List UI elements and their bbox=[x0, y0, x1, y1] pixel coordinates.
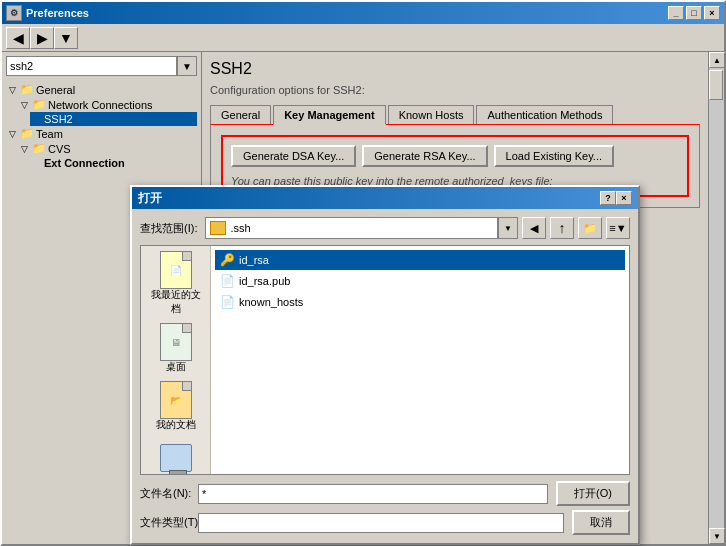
file-icon-id-rsa-pub: 📄 bbox=[219, 273, 235, 289]
dialog-bottom-filename: 文件名(N): 打开(O) bbox=[140, 481, 630, 506]
sidebar-mydocs[interactable]: 📂 我的文档 bbox=[146, 380, 206, 436]
file-item-id-rsa-pub[interactable]: 📄 id_rsa.pub bbox=[215, 271, 625, 291]
open-button[interactable]: 打开(O) bbox=[556, 481, 630, 506]
desktop-doc-icon: 🖥 bbox=[160, 323, 192, 361]
desktop-label: 桌面 bbox=[166, 360, 186, 374]
nav-up-button[interactable]: ↑ bbox=[550, 217, 574, 239]
file-item-known-hosts[interactable]: 📄 known_hosts bbox=[215, 292, 625, 312]
sidebar-mypc[interactable]: 我的电脑 bbox=[146, 438, 206, 475]
search-range-label: 查找范围(I): bbox=[140, 221, 197, 236]
dialog-bottom-filetype: 文件类型(T): 取消 bbox=[140, 510, 630, 535]
filetype-label: 文件类型(T): bbox=[140, 515, 190, 530]
file-name-known-hosts: known_hosts bbox=[239, 296, 303, 308]
file-name-id-rsa: id_rsa bbox=[239, 254, 269, 266]
recent-label: 我最近的文档 bbox=[148, 288, 204, 316]
sidebar-desktop[interactable]: 🖥 桌面 bbox=[146, 322, 206, 378]
dialog-body: 查找范围(I): .ssh ▼ ◀ ↑ 📁 ≡▼ bbox=[132, 209, 638, 543]
file-item-id-rsa[interactable]: 🔑 id_rsa bbox=[215, 250, 625, 270]
mydocs-icon: 📂 bbox=[160, 384, 192, 416]
recent-icon: 📄 bbox=[160, 254, 192, 286]
sidebar-recent[interactable]: 📄 我最近的文档 bbox=[146, 250, 206, 320]
file-list: 🔑 id_rsa 📄 id_rsa.pub 📄 known_hosts bbox=[211, 246, 629, 474]
nav-back-button[interactable]: ◀ bbox=[522, 217, 546, 239]
mypc-icon bbox=[160, 442, 192, 474]
computer-icon bbox=[160, 444, 192, 472]
open-dialog: 打开 ? × 查找范围(I): .ssh ▼ ◀ ↑ 📁 ≡▼ bbox=[130, 185, 640, 545]
view-menu-button[interactable]: ≡▼ bbox=[606, 217, 630, 239]
filetype-input[interactable] bbox=[198, 513, 564, 533]
location-box[interactable]: .ssh bbox=[205, 217, 498, 239]
dialog-toolbar: 查找范围(I): .ssh ▼ ◀ ↑ 📁 ≡▼ bbox=[140, 217, 630, 239]
dialog-title-bar: 打开 ? × bbox=[132, 187, 638, 209]
location-dropdown-arrow[interactable]: ▼ bbox=[498, 217, 518, 239]
location-text: .ssh bbox=[230, 222, 493, 234]
file-area: 📄 我最近的文档 🖥 桌面 bbox=[140, 245, 630, 475]
dialog-help-button[interactable]: ? bbox=[600, 191, 616, 205]
file-icon-known-hosts: 📄 bbox=[219, 294, 235, 310]
file-name-id-rsa-pub: id_rsa.pub bbox=[239, 275, 290, 287]
icon-sidebar: 📄 我最近的文档 🖥 桌面 bbox=[141, 246, 211, 474]
dialog-close-button[interactable]: × bbox=[616, 191, 632, 205]
dialog-title-text: 打开 bbox=[138, 190, 600, 207]
folder-icon bbox=[210, 221, 226, 235]
file-icon-id-rsa: 🔑 bbox=[219, 252, 235, 268]
recent-doc-icon: 📄 bbox=[160, 251, 192, 289]
new-folder-button[interactable]: 📁 bbox=[578, 217, 602, 239]
dialog-overlay: 打开 ? × 查找范围(I): .ssh ▼ ◀ ↑ 📁 ≡▼ bbox=[0, 0, 726, 546]
mydocs-doc-icon: 📂 bbox=[160, 381, 192, 419]
mydocs-label: 我的文档 bbox=[156, 418, 196, 432]
filename-label: 文件名(N): bbox=[140, 486, 190, 501]
desktop-icon: 🖥 bbox=[160, 326, 192, 358]
cancel-button[interactable]: 取消 bbox=[572, 510, 630, 535]
filename-input[interactable] bbox=[198, 484, 548, 504]
location-combo: .ssh ▼ bbox=[205, 217, 518, 239]
